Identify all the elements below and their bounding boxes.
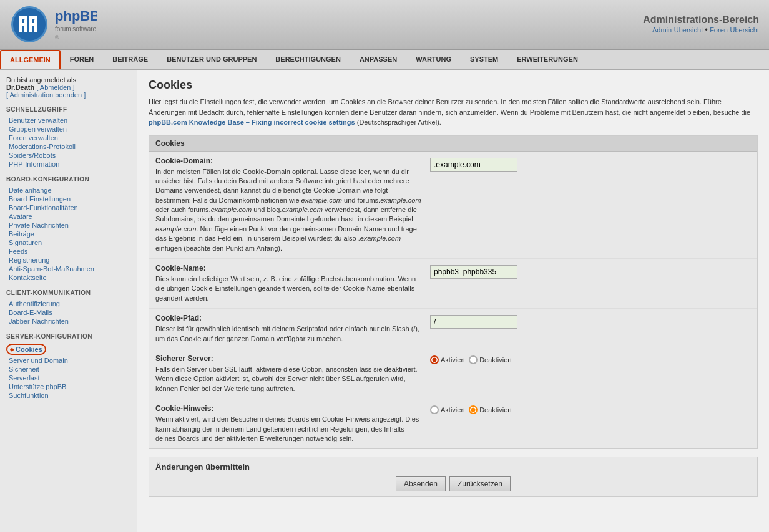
nav-item-beitraege[interactable]: BEITRÄGE xyxy=(103,50,157,69)
logout-link[interactable]: [ Abmelden ] xyxy=(36,84,74,91)
radio-btn-cookie-notice-1[interactable] xyxy=(469,405,478,414)
forum-overview-link[interactable]: Foren-Übersicht xyxy=(710,26,759,34)
sidebar-link[interactable]: Jabber-Nachrichten xyxy=(6,317,130,326)
sidebar-link[interactable]: Beiträge xyxy=(6,230,130,238)
form-field-label-cookie-name: Cookie-Name: xyxy=(155,264,423,273)
radio-option-1: Deaktiviert xyxy=(469,355,512,364)
sidebar-section-title: SERVER-KONFIGURATION xyxy=(6,333,130,340)
sidebar-link[interactable]: Board-Einstellungen xyxy=(6,195,130,203)
svg-rect-6 xyxy=(24,19,27,32)
sidebar-link[interactable]: Suchfunktion xyxy=(6,391,130,400)
nav-item-system[interactable]: SYSTEM xyxy=(461,50,507,69)
form-section-title: Cookies xyxy=(149,136,757,152)
svg-text:forum  software: forum software xyxy=(55,26,97,32)
sidebar-link[interactable]: Anti-Spam-Bot-Maßnahmen xyxy=(6,264,130,273)
page-description: Hier legst du die Einstellungen fest, di… xyxy=(149,97,758,128)
sidebar-link[interactable]: Gruppen verwalten xyxy=(6,125,130,133)
admin-area-title: Administrations-Bereich xyxy=(643,14,759,26)
sidebar-link[interactable]: Serverlast xyxy=(6,374,130,382)
form-input-col-cookie-domain xyxy=(430,157,751,254)
sidebar-link[interactable]: Feeds xyxy=(6,247,130,256)
form-field-desc-secure-server: Falls dein Server über SSL läuft, aktivi… xyxy=(155,365,423,394)
sidebar: Du bist angemeldet als:Dr.Death [ Abmeld… xyxy=(0,70,137,532)
sidebar-link[interactable]: Moderations-Protokoll xyxy=(6,142,130,151)
sidebar-link[interactable]: Avatare xyxy=(6,212,130,221)
sidebar-link[interactable]: Registrierung xyxy=(6,256,130,264)
sidebar-link[interactable]: Benutzer verwalten xyxy=(6,116,130,125)
form-row-cookie-name: Cookie-Name:Dies kann ein beliebiger Wer… xyxy=(149,259,757,309)
form-input-col-cookie-name xyxy=(430,264,751,303)
sidebar-link[interactable]: Unterstütze phpBB xyxy=(6,382,130,391)
input-cookie-path[interactable] xyxy=(430,315,517,329)
sidebar-link[interactable]: Spiders/Robots xyxy=(6,151,130,160)
main-nav: ALLGEMEINFORENBEITRÄGEBENUTZER UND GRUPP… xyxy=(0,50,769,70)
nav-item-anpassen[interactable]: ANPASSEN xyxy=(350,50,406,69)
form-field-desc-cookie-domain: In den meisten Fällen ist die Cookie-Dom… xyxy=(155,167,423,254)
logo: phpBB forum software ® xyxy=(10,5,97,44)
form-label-col-cookie-name: Cookie-Name:Dies kann ein beliebiger Wer… xyxy=(155,264,430,303)
submit-btn-1[interactable]: Zurücksetzen xyxy=(449,476,511,491)
nav-item-wartung[interactable]: WARTUNG xyxy=(406,50,461,69)
header: phpBB forum software ® Administrations-B… xyxy=(0,0,769,50)
submit-buttons: AbsendenZurücksetzen xyxy=(155,476,751,491)
radio-option-0: Aktiviert xyxy=(430,355,465,364)
sidebar-section-title: CLIENT-KOMMUNIKATION xyxy=(6,289,130,296)
radio-label-cookie-notice-1: Deaktiviert xyxy=(479,406,512,414)
cookies-form-section: Cookies Cookie-Domain:In den meisten Fäl… xyxy=(149,135,758,450)
form-row-secure-server: Sicherer Server:Falls dein Server über S… xyxy=(149,349,757,399)
end-admin-link[interactable]: [ Administration beenden ] xyxy=(6,91,86,99)
radio-group-secure-server: AktiviertDeaktiviert xyxy=(430,355,512,364)
nav-item-benutzer[interactable]: BENUTZER UND GRUPPEN xyxy=(157,50,266,69)
svg-text:®: ® xyxy=(55,34,59,41)
sidebar-link[interactable]: Signaturen xyxy=(6,238,130,247)
knowledge-base-link[interactable]: phpBB.com Knowledge Base – Fixing incorr… xyxy=(149,118,355,126)
admin-overview-link[interactable]: Admin-Übersicht xyxy=(652,26,703,34)
content-area: Cookies Hier legst du die Einstellungen … xyxy=(137,70,769,532)
sidebar-link[interactable]: Board-Funktionalitäten xyxy=(6,203,130,212)
nav-item-berechtigungen[interactable]: BERECHTIGUNGEN xyxy=(266,50,350,69)
radio-group-cookie-notice: AktiviertDeaktiviert xyxy=(430,405,512,414)
form-field-desc-cookie-path: Dieser ist für gewöhnlich identisch mit … xyxy=(155,324,423,344)
submit-section: Änderungen übermitteln AbsendenZurückset… xyxy=(149,457,758,497)
radio-label-secure-server-0: Aktiviert xyxy=(441,356,465,364)
radio-label-cookie-notice-0: Aktiviert xyxy=(441,406,465,414)
input-cookie-domain[interactable] xyxy=(430,158,517,172)
nav-item-allgemein[interactable]: ALLGEMEIN xyxy=(0,50,61,69)
radio-label-secure-server-1: Deaktiviert xyxy=(479,356,512,364)
sidebar-link[interactable]: Authentifizierung xyxy=(6,299,130,308)
sidebar-link[interactable]: Server und Domain xyxy=(6,356,130,365)
radio-btn-secure-server-0[interactable] xyxy=(430,355,439,364)
radio-option-1: Deaktiviert xyxy=(469,405,512,414)
form-input-col-cookie-notice: AktiviertDeaktiviert xyxy=(430,404,751,443)
radio-option-0: Aktiviert xyxy=(430,405,465,414)
sidebar-section-title: SCHNELLZUGRIFF xyxy=(6,106,130,113)
sidebar-link[interactable]: Sicherheit xyxy=(6,365,130,374)
form-field-desc-cookie-name: Dies kann ein beliebiger Wert sein, z. B… xyxy=(155,274,423,303)
radio-btn-cookie-notice-0[interactable] xyxy=(430,405,439,414)
sidebar-user-info: Du bist angemeldet als:Dr.Death [ Abmeld… xyxy=(6,76,130,99)
sidebar-link[interactable]: Kontaktseite xyxy=(6,273,130,282)
sidebar-link[interactable]: Dateianhänge xyxy=(6,186,130,195)
main-layout: Du bist angemeldet als:Dr.Death [ Abmeld… xyxy=(0,70,769,532)
sidebar-link[interactable]: Foren verwalten xyxy=(6,133,130,142)
sidebar-link[interactable]: PHP-Information xyxy=(6,160,130,168)
form-label-col-cookie-domain: Cookie-Domain:In den meisten Fällen ist … xyxy=(155,157,430,254)
radio-btn-secure-server-1[interactable] xyxy=(469,355,478,364)
svg-rect-10 xyxy=(34,19,37,32)
input-cookie-name[interactable] xyxy=(430,265,517,279)
submit-btn-0[interactable]: Absenden xyxy=(396,476,446,491)
nav-item-erweiterungen[interactable]: ERWEITERUNGEN xyxy=(507,50,587,69)
sidebar-link[interactable]: Board-E-Mails xyxy=(6,308,130,317)
form-row-cookie-notice: Cookie-Hinweis:Wenn aktiviert, wird den … xyxy=(149,399,757,448)
form-label-col-cookie-path: Cookie-Pfad:Dieser ist für gewöhnlich id… xyxy=(155,314,430,344)
form-label-col-secure-server: Sicherer Server:Falls dein Server über S… xyxy=(155,354,430,394)
sidebar-link[interactable]: Private Nachrichten xyxy=(6,221,130,230)
form-field-label-secure-server: Sicherer Server: xyxy=(155,354,423,363)
sidebar-item-active[interactable]: Cookies xyxy=(6,344,46,355)
nav-item-foren[interactable]: FOREN xyxy=(61,50,104,69)
page-title: Cookies xyxy=(149,79,758,92)
form-field-label-cookie-domain: Cookie-Domain: xyxy=(155,157,423,165)
form-field-label-cookie-path: Cookie-Pfad: xyxy=(155,314,423,322)
svg-text:phpBB: phpBB xyxy=(55,8,97,24)
form-row-cookie-domain: Cookie-Domain:In den meisten Fällen ist … xyxy=(149,152,757,259)
